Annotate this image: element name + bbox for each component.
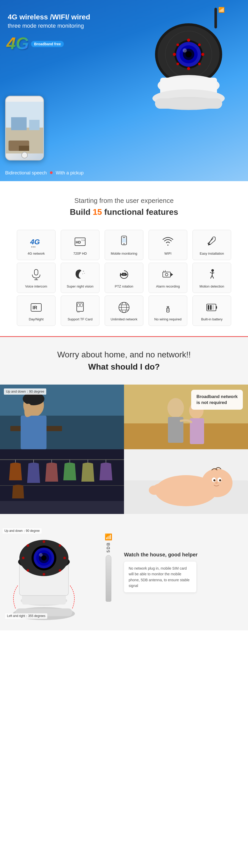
image-grid: Up and down：90 degree Broadba xyxy=(0,384,248,514)
svg-rect-79 xyxy=(167,306,168,307)
feature-row-3: IR Day/Night SD Support TF Card xyxy=(10,296,238,326)
feature-4g-label: 4G network xyxy=(28,252,45,256)
hero-title: 4G wireless /WIFI/ wired three mode remo… xyxy=(8,13,90,29)
svg-rect-96 xyxy=(124,424,248,449)
feature-alarm-label: Alarm recording xyxy=(156,284,180,289)
svg-line-64 xyxy=(212,275,214,278)
watch-description: No network plug in, mobile SIM card will… xyxy=(129,565,192,589)
feature-day-night-label: Day/Night xyxy=(29,317,43,322)
phone-screen xyxy=(6,102,43,160)
updown-degree-label: Up and down：90 degree xyxy=(3,528,42,534)
phone-home-button xyxy=(22,152,28,158)
wifi-icon xyxy=(160,234,176,249)
warning-line2: What should I do? xyxy=(5,362,243,372)
svg-rect-68 xyxy=(77,304,79,307)
feature-night-vision-label: Super night vision xyxy=(67,284,93,289)
svg-point-11 xyxy=(183,49,187,53)
camera-info-text-area: Watch the house, good helper No network … xyxy=(119,544,248,600)
svg-point-40 xyxy=(167,245,169,246)
feature-4g-network: 4G ●●● 4G network xyxy=(17,230,56,260)
feature-720p-hd: HD 720P 720P HD xyxy=(61,230,100,260)
svg-rect-88 xyxy=(0,415,124,449)
separator-dot: ● xyxy=(49,169,53,176)
4g-network-icon: 4G ●●● xyxy=(28,234,44,249)
feature-mobile-label: Mobile monitoring xyxy=(111,252,137,256)
svg-point-93 xyxy=(21,422,31,430)
feature-ptz-rotation: PTZ rotation xyxy=(105,263,143,293)
feature-battery-label: Built-in battery xyxy=(201,317,222,322)
feature-row-1: 4G ●●● 4G network HD 720P 720P HD xyxy=(10,230,238,260)
svg-line-61 xyxy=(210,272,212,273)
leftright-degree-label: Left and right：355 degrees xyxy=(5,613,47,619)
svg-marker-55 xyxy=(171,273,173,276)
camera-image: 📶 xyxy=(134,3,243,117)
feature-mobile-monitoring: Mobile monitoring xyxy=(105,230,143,260)
svg-point-130 xyxy=(22,557,25,559)
ir-icon: IR xyxy=(28,300,44,315)
720p-icon: HD 720P xyxy=(72,234,88,249)
features-title-suffix: functional features xyxy=(102,207,178,217)
feature-motion-label: Motion detection xyxy=(200,284,224,289)
updown-label: Up and down：90 degree xyxy=(4,389,46,395)
svg-text:SD: SD xyxy=(77,311,80,313)
feature-easy-install-label: Easy installation xyxy=(200,252,224,256)
feature-super-night-vision: Super night vision xyxy=(61,263,100,293)
svg-text:4G: 4G xyxy=(6,34,28,52)
recording-icon xyxy=(160,267,176,282)
svg-rect-69 xyxy=(80,304,82,307)
mobile-icon xyxy=(116,234,132,249)
camera-info-section: Up and down：90 degree Left and right：355… xyxy=(0,514,248,630)
feature-day-night: IR Day/Night xyxy=(17,296,56,326)
svg-point-136 xyxy=(27,569,29,572)
feature-no-wiring-label: No wiring required xyxy=(154,317,182,322)
svg-point-37 xyxy=(123,243,125,244)
svg-rect-39 xyxy=(122,238,126,243)
svg-text:📶: 📶 xyxy=(218,7,225,13)
svg-point-18 xyxy=(176,63,179,65)
svg-point-81 xyxy=(167,310,169,311)
svg-text:4G: 4G xyxy=(30,238,40,246)
feature-unlimited-network: Unlimited network xyxy=(105,296,143,326)
svg-point-13 xyxy=(201,53,204,56)
svg-text:IR: IR xyxy=(33,305,37,310)
hero-bottom-text: Bidirectional speech ● With a pickup xyxy=(5,169,84,176)
elderly-couple-cell: Broadband network is not required xyxy=(124,384,248,449)
svg-rect-80 xyxy=(168,306,169,307)
svg-line-63 xyxy=(211,275,212,278)
features-number: 15 xyxy=(93,207,102,217)
svg-rect-84 xyxy=(208,305,209,310)
feature-720p-label: 720P HD xyxy=(73,252,87,256)
phone-top-bar xyxy=(6,96,43,102)
antenna-stick xyxy=(106,555,111,602)
svg-point-15 xyxy=(187,67,190,70)
svg-point-47 xyxy=(84,273,85,274)
antenna-5db-label: 5DB xyxy=(106,542,111,553)
hero-title-line2: three mode remote monitoring xyxy=(8,23,90,29)
feature-tf-card: SD Support TF Card xyxy=(61,296,100,326)
svg-marker-51 xyxy=(126,273,127,276)
feature-unlimited-label: Unlimited network xyxy=(111,317,137,322)
svg-rect-30 xyxy=(19,146,29,151)
feature-easy-installation: Easy installation xyxy=(192,230,231,260)
pickup-text: With a pickup xyxy=(56,170,84,176)
hero-title-line1: 4G wireless /WIFI/ wired xyxy=(8,13,90,21)
svg-rect-92 xyxy=(21,415,46,449)
svg-point-137 xyxy=(59,569,61,572)
rotation-icon xyxy=(116,267,132,282)
features-subtitle: Starting from the user experience xyxy=(5,197,243,205)
microphone-icon xyxy=(28,267,44,282)
feature-alarm-recording: Alarm recording xyxy=(148,263,187,293)
baby-cell xyxy=(124,449,248,514)
svg-marker-49 xyxy=(120,273,122,276)
svg-text:●●●: ●●● xyxy=(31,245,36,248)
feature-voice-intercom: Voice intercom xyxy=(17,263,56,293)
feature-no-wiring: No wiring required xyxy=(148,296,187,326)
svg-rect-109 xyxy=(0,501,124,514)
feature-motion-detection: Motion detection xyxy=(192,263,231,293)
wifi-signal-icon: 📶 xyxy=(105,533,112,540)
feature-built-in-battery: Built-in battery xyxy=(192,296,231,326)
svg-rect-54 xyxy=(163,272,171,277)
svg-point-97 xyxy=(167,398,184,418)
svg-point-19 xyxy=(198,63,201,65)
svg-point-120 xyxy=(200,479,205,486)
